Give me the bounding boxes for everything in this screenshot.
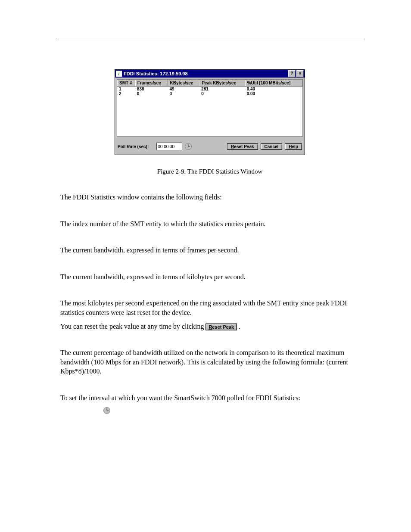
cell-fps: 0 [135,91,168,96]
titlebar-help-button[interactable]: ? [288,70,296,77]
col-kbps[interactable]: KBytes/sec [168,80,199,86]
peak-reset-line: You can reset the peak value at any time… [56,322,364,331]
cell-util: 0.40 [245,87,302,91]
inline-reset-peak-button[interactable]: Reset Peak [206,324,237,330]
clock-icon[interactable] [185,143,192,150]
standalone-clock-wrap [103,407,364,416]
stats-grid: 1 838 49 281 0.40 2 0 0 0 0.00 [117,87,303,137]
fddi-statistics-window: i FDDI Statistics: 172.19.59.98 ? × SMT … [115,69,305,155]
poll-rate-label: Poll Rate (sec): [118,144,149,149]
cell-smt: 1 [117,87,135,91]
cell-fps: 838 [135,87,168,91]
intro-text: The FDDI Statistics window contains the … [56,193,364,202]
table-row[interactable]: 2 0 0 0 0.00 [117,91,302,96]
figure-window-wrap: i FDDI Statistics: 172.19.59.98 ? × SMT … [56,69,364,155]
btn-text: elp [292,144,298,149]
titlebar: i FDDI Statistics: 172.19.59.98 ? × [115,70,305,78]
figure-caption: Figure 2-9. The FDDI Statistics Window [56,168,364,175]
cell-peak: 0 [199,91,245,96]
table-row[interactable]: 1 838 49 281 0.40 [117,87,302,91]
cell-kbps: 49 [168,87,199,91]
col-util[interactable]: %Util [100 MBits/sec] [245,80,302,86]
col-peak[interactable]: Peak KBytes/sec [199,80,245,86]
peak-desc: The most kilobytes per second experience… [56,299,364,317]
btn-text: eset Peak [234,144,254,149]
poll-rate-input[interactable] [156,143,182,150]
kbps-desc: The current bandwidth, expressed in term… [56,272,364,282]
header-rule [56,39,364,39]
help-button[interactable]: Help [285,143,302,150]
cell-peak: 281 [199,87,245,91]
cancel-button[interactable]: Cancel [261,143,283,150]
window-body: SMT # Frames/sec KBytes/sec Peak KBytes/… [115,78,305,155]
titlebar-close-button[interactable]: × [296,70,304,77]
poll-desc: To set the interval at which you want th… [56,393,364,403]
util-desc: The current percentage of bandwidth util… [56,348,364,376]
cell-smt: 2 [117,91,135,96]
btn-text: eset Peak [212,324,234,330]
cell-util: 0.00 [245,91,302,96]
window-button-row: Poll Rate (sec): Reset Peak Cancel Help [117,137,303,153]
peak-reset-pre: You can reset the peak value at any time… [60,323,206,330]
reset-peak-button[interactable]: Reset Peak [227,143,258,150]
fps-desc: The current bandwidth, expressed in term… [56,246,364,255]
app-icon: i [116,71,122,77]
clock-icon [103,407,110,414]
peak-reset-post: . [239,323,240,330]
stats-header-row: SMT # Frames/sec KBytes/sec Peak KBytes/… [117,79,303,87]
col-smt[interactable]: SMT # [117,80,135,86]
cell-kbps: 0 [168,91,199,96]
smt-desc: The index number of the SMT entity to wh… [56,219,364,229]
window-title: FDDI Statistics: 172.19.59.98 [124,71,287,76]
col-fps[interactable]: Frames/sec [135,80,168,86]
